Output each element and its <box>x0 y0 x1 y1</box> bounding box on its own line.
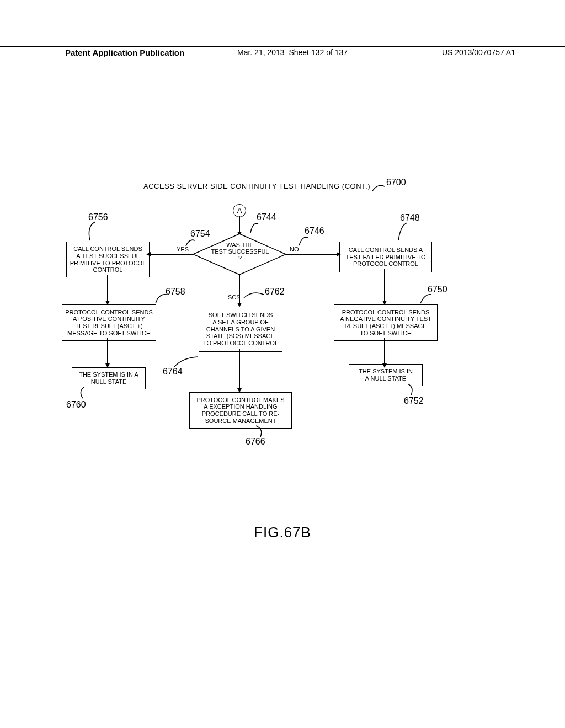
box-6756: CALL CONTROL SENDS A TEST SUCCESSFUL PRI… <box>66 242 150 277</box>
leader-6760 <box>76 386 87 400</box>
leader-6752 <box>406 383 418 397</box>
header-date-sheet: Mar. 21, 2013 Sheet 132 of 137 <box>237 48 348 57</box>
ref-6752: 6752 <box>404 396 424 406</box>
ref-6744: 6744 <box>257 212 276 222</box>
line-a-to-decision <box>239 216 240 233</box>
connector-a: A <box>233 204 246 217</box>
line-6758-6760 <box>107 338 108 365</box>
label-no: NO <box>290 246 299 253</box>
ref-6758: 6758 <box>166 287 185 297</box>
box-6758: PROTOCOL CONTROL SENDS A POSITIVE CONTIN… <box>62 304 156 341</box>
ref-6756: 6756 <box>88 212 108 222</box>
ref-6754: 6754 <box>190 229 210 239</box>
decision-text: WAS THE TEST SUCCESSFUL ? <box>210 242 270 261</box>
ref-6746: 6746 <box>305 226 324 236</box>
line-6748-6750 <box>384 269 385 302</box>
line-6750-6752 <box>384 338 385 365</box>
leader-6762 <box>243 291 265 299</box>
ref-6762: 6762 <box>265 287 285 297</box>
box-6766: PROTOCOL CONTROL MAKES A EXCEPTION HANDL… <box>189 392 292 429</box>
box-6764: SOFT SWITCH SENDS A SET A GROUP OF CHANN… <box>199 307 282 352</box>
leader-6744 <box>249 221 260 234</box>
leader-6746 <box>298 234 309 247</box>
leader-6756 <box>86 221 97 242</box>
figure-label: FIG.67B <box>0 524 565 541</box>
ref-6760: 6760 <box>66 400 86 410</box>
flowchart-diagram: ACCESS SERVER SIDE CONTINUITY TEST HANDL… <box>66 182 497 513</box>
line-6756-6758 <box>107 275 108 302</box>
label-scs: SCS <box>228 294 241 301</box>
box-6750: PROTOCOL CONTROL SENDS A NEGATIVE CONTIN… <box>334 304 438 341</box>
line-no <box>286 254 338 255</box>
box-6748: CALL CONTROL SENDS A TEST FAILED PRIMITI… <box>339 242 432 272</box>
ref-6748: 6748 <box>400 213 420 223</box>
line-yes <box>150 254 193 255</box>
line-6764-6766 <box>239 349 240 390</box>
ref-6750: 6750 <box>428 285 447 295</box>
header-publication: Patent Application Publication <box>65 48 184 57</box>
diagram-title: ACCESS SERVER SIDE CONTINUITY TEST HANDL… <box>143 182 370 190</box>
ref-6766: 6766 <box>246 437 265 447</box>
ref-6700: 6700 <box>386 178 406 188</box>
header-pubno: US 2013/0070757 A1 <box>442 48 515 57</box>
page-header: Patent Application Publication Mar. 21, … <box>0 46 565 65</box>
ref-6764: 6764 <box>163 367 183 377</box>
leader-6748 <box>397 222 408 242</box>
